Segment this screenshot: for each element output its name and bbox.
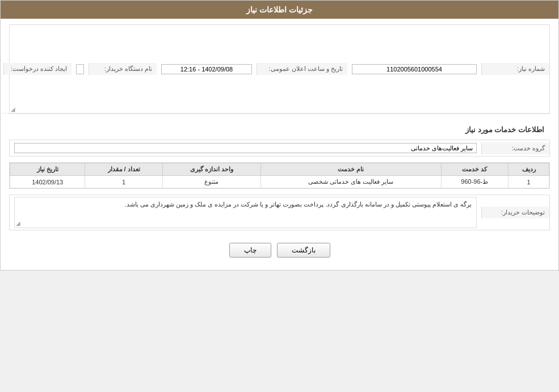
buyer-org-value: [72, 62, 89, 76]
order-number-row: شماره نیاز: تاریخ و ساعت اعلان عمومی:: [157, 25, 549, 113]
cell-date: 1402/09/13: [10, 176, 85, 188]
buyer-org-input[interactable]: [76, 64, 84, 74]
buyer-notes-row: توضیحات خریدار: برگه ی استعلام پیوستی تک…: [10, 195, 549, 230]
buyer-org-row: نام دستگاه خریدار:: [72, 25, 157, 113]
service-group-label: گروه خدمت:: [481, 142, 549, 154]
buyer-notes-text: برگه ی استعلام پیوستی تکمیل و در سامانه …: [125, 201, 472, 208]
button-row: بازگشت چاپ: [9, 236, 550, 264]
announcement-date-label: تاریخ و ساعت اعلان عمومی:: [257, 63, 347, 75]
cell-unit: متنوع: [162, 176, 260, 188]
cell-row-num: 1: [508, 176, 549, 188]
table-body: 1 ط-96-960 سایر فعالیت های خدماتی شخصی م…: [10, 176, 549, 188]
creator-label: ایجاد کننده درخواست:: [3, 63, 72, 75]
buyer-org-label: نام دستگاه خریدار:: [89, 63, 157, 75]
buyer-notes-value: برگه ی استعلام پیوستی تکمیل و در سامانه …: [10, 195, 481, 230]
services-section: اطلاعات خدمات مورد نیاز: [9, 120, 550, 140]
col-service-code: کد خدمت: [441, 163, 508, 176]
main-content: شماره نیاز: تاریخ و ساعت اعلان عمومی: نا…: [1, 19, 558, 270]
notes-resize-handle[interactable]: ◢: [16, 220, 20, 226]
services-table: ردیف کد خدمت نام خدمت واحد اندازه گیری ت…: [10, 163, 549, 188]
services-title: اطلاعات خدمات مورد نیاز: [460, 122, 550, 137]
page-header: جزئیات اطلاعات نیاز: [1, 1, 558, 19]
buyer-notes-label: توضیحات خریدار:: [481, 206, 549, 218]
service-group-value: [10, 141, 481, 155]
buyer-notes-box: برگه ی استعلام پیوستی تکمیل و در سامانه …: [14, 197, 477, 228]
services-table-section: ردیف کد خدمت نام خدمت واحد اندازه گیری ت…: [9, 162, 550, 189]
col-service-name: نام خدمت: [261, 163, 441, 176]
cell-service-name: سایر فعالیت های خدماتی شخصی: [261, 176, 441, 188]
resize-handle[interactable]: ◢: [11, 106, 15, 112]
col-unit: واحد اندازه گیری: [162, 163, 260, 176]
col-quantity: تعداد / مقدار: [85, 163, 162, 176]
table-header: ردیف کد خدمت نام خدمت واحد اندازه گیری ت…: [10, 163, 549, 176]
service-group-row: گروه خدمت:: [10, 140, 549, 156]
back-button[interactable]: بازگشت: [277, 243, 330, 258]
page-title: جزئیات اطلاعات نیاز: [246, 5, 313, 14]
main-form-section: شماره نیاز: تاریخ و ساعت اعلان عمومی: نا…: [9, 24, 550, 114]
order-number-label: شماره نیاز:: [481, 63, 549, 75]
cell-service-code: ط-96-960: [441, 176, 508, 188]
col-row-num: ردیف: [508, 163, 549, 176]
creator-value-cell: اطلاعات تماس خریدار: [0, 56, 3, 82]
page-container: جزئیات اطلاعات نیاز شماره نیاز: تاریخ و …: [0, 0, 559, 271]
service-group-section: گروه خدمت:: [9, 140, 550, 157]
order-number-input[interactable]: [352, 64, 477, 74]
creator-row: ایجاد کننده درخواست: اطلاعات تماس خریدار: [0, 25, 72, 113]
announcement-date-input[interactable]: [161, 64, 252, 74]
service-group-input[interactable]: [14, 143, 477, 153]
order-number-value: [347, 62, 481, 76]
print-button[interactable]: چاپ: [229, 243, 271, 258]
buyer-notes-section: توضیحات خریدار: برگه ی استعلام پیوستی تک…: [9, 195, 550, 230]
cell-quantity: 1: [85, 176, 162, 188]
announcement-date-value: [157, 62, 257, 76]
col-date: تاریخ نیاز: [10, 163, 85, 176]
table-row: 1 ط-96-960 سایر فعالیت های خدماتی شخصی م…: [10, 176, 549, 188]
